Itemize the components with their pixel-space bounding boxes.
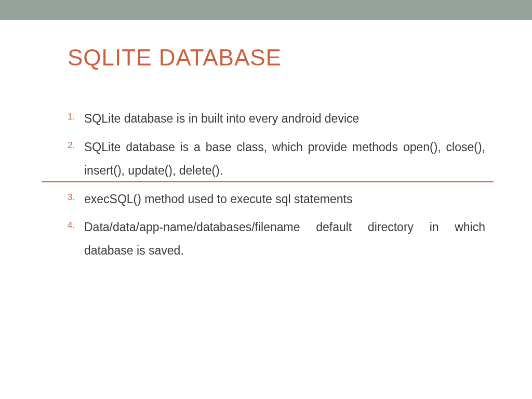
list-item: Data/data/app-name/databases/filename de…	[68, 216, 485, 262]
list-item: SQLite database is in built into every a…	[68, 107, 485, 130]
numbered-list: SQLite database is in built into every a…	[68, 107, 485, 262]
slide-title: SQLITE DATABASE	[68, 45, 532, 71]
list-item: execSQL() method used to execute sql sta…	[68, 188, 485, 211]
top-bar	[0, 0, 532, 20]
list-item: SQLite database is a base class, which p…	[68, 136, 485, 182]
content-area: SQLite database is in built into every a…	[68, 107, 485, 262]
horizontal-rule	[42, 181, 494, 182]
